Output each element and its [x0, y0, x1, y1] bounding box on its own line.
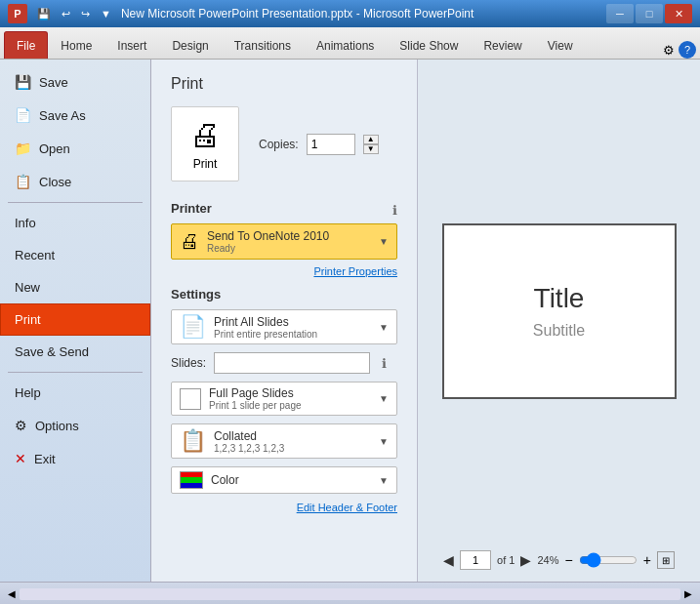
sidebar-item-close[interactable]: 📋 Close [0, 165, 150, 198]
slide-preview-wrapper: Title Subtitle [442, 75, 677, 546]
title-bar-left: P 💾 ↩ ↪ ▼ New Microsoft PowerPoint Prese… [8, 4, 474, 23]
slide-preview: Title Subtitle [442, 223, 677, 399]
color-dropdown[interactable]: Color ▼ [171, 466, 397, 494]
tab-insert[interactable]: Insert [104, 31, 159, 59]
copies-label: Copies: [259, 138, 299, 151]
quick-undo-button[interactable]: ↩ [58, 6, 74, 22]
printer-icon: 🖨 [189, 117, 221, 153]
collated-dropdown[interactable]: 📋 Collated 1,2,3 1,2,3 1,2,3 ▼ [171, 423, 397, 459]
printer-section-header-row: Printer ℹ [171, 197, 397, 223]
print-heading: Print [171, 75, 397, 93]
tab-file[interactable]: File [4, 31, 48, 59]
zoom-slider[interactable] [579, 553, 638, 567]
preview-nav: ◀ of 1 ▶ 24% − + ⊞ [443, 546, 675, 574]
sidebar-item-save[interactable]: 💾 Save [0, 65, 150, 99]
print-top: 🖨 Print Copies: ▲ ▼ [171, 106, 397, 181]
printer-properties-link[interactable]: Printer Properties [171, 265, 397, 277]
minimize-button[interactable]: ─ [606, 4, 634, 23]
full-page-slides-dropdown[interactable]: Full Page Slides Print 1 slide per page … [171, 382, 397, 416]
sidebar-item-exit[interactable]: ✕ Exit [0, 442, 150, 475]
printer-status: Ready [207, 243, 329, 254]
save-icon: 💾 [15, 74, 31, 90]
status-bar: ◀ ▶ [0, 582, 700, 604]
tab-review[interactable]: Review [471, 31, 534, 59]
print-button-label: Print [193, 157, 218, 171]
print-all-slides-arrow: ▼ [379, 322, 389, 333]
sidebar-item-saveas[interactable]: 📄 Save As [0, 99, 150, 132]
sidebar-item-info[interactable]: Info [0, 207, 150, 239]
sidebar-item-new[interactable]: New [0, 271, 150, 303]
quick-more-button[interactable]: ▼ [97, 6, 115, 21]
powerpoint-logo: P [8, 4, 27, 23]
printer-dropdown-arrow: ▼ [379, 236, 389, 247]
print-all-slides-info: 📄 Print All Slides Print entire presenta… [180, 314, 379, 340]
slide-title: Title [534, 283, 585, 314]
page-total: of 1 [497, 554, 515, 566]
fit-page-button[interactable]: ⊞ [657, 551, 675, 569]
print-all-slides-label: Print All Slides [214, 315, 317, 329]
window-controls: ─ □ ✕ [606, 4, 692, 23]
copies-down-button[interactable]: ▼ [363, 144, 379, 154]
footer-link[interactable]: Edit Header & Footer [171, 502, 397, 513]
restore-button[interactable]: □ [636, 4, 663, 23]
help-button[interactable]: ? [679, 41, 696, 59]
tab-slideshow[interactable]: Slide Show [387, 31, 471, 59]
sidebar-item-help[interactable]: Help [0, 377, 150, 409]
close-doc-icon: 📋 [15, 174, 31, 189]
scroll-left-button[interactable]: ◀ [8, 588, 16, 599]
slides-input[interactable] [214, 352, 370, 374]
printer-info: 🖨 Send To OneNote 2010 Ready [180, 229, 329, 254]
scroll-right-button[interactable]: ▶ [684, 588, 692, 599]
ribbon: File Home Insert Design Transitions Anim… [0, 27, 700, 60]
prev-page-button[interactable]: ◀ [443, 552, 454, 568]
quick-redo-button[interactable]: ↪ [77, 6, 94, 22]
full-page-slides-sub: Print 1 slide per page [209, 400, 302, 411]
color-arrow: ▼ [379, 475, 389, 486]
collated-arrow: ▼ [379, 436, 389, 447]
settings-icon[interactable]: ⚙ [663, 43, 675, 58]
quick-access-toolbar: 💾 ↩ ↪ ▼ [33, 6, 115, 22]
tab-view[interactable]: View [535, 31, 586, 59]
print-all-slides-text: Print All Slides Print entire presentati… [214, 315, 317, 340]
sidebar-item-print[interactable]: Print [0, 303, 150, 336]
printer-name: Send To OneNote 2010 [207, 229, 329, 243]
color-info: Color [180, 471, 379, 489]
sidebar-item-options[interactable]: ⚙ Options [0, 409, 150, 442]
settings-section-header: Settings [171, 287, 397, 302]
quick-save-button[interactable]: 💾 [33, 6, 55, 22]
printer-info-icon: ℹ [392, 203, 397, 218]
tab-transitions[interactable]: Transitions [222, 31, 304, 59]
title-bar: P 💾 ↩ ↪ ▼ New Microsoft PowerPoint Prese… [0, 0, 700, 27]
zoom-out-button[interactable]: − [565, 552, 573, 568]
collated-text: Collated 1,2,3 1,2,3 1,2,3 [214, 429, 284, 454]
sidebar-divider-1 [8, 202, 143, 203]
full-page-slides-icon [180, 388, 201, 410]
sidebar-item-open[interactable]: 📁 Open [0, 132, 150, 165]
tab-design[interactable]: Design [159, 31, 221, 59]
copies-spinner: ▲ ▼ [363, 135, 379, 154]
zoom-in-button[interactable]: + [643, 552, 651, 568]
print-all-slides-dropdown[interactable]: 📄 Print All Slides Print entire presenta… [171, 309, 397, 344]
sidebar: 💾 Save 📄 Save As 📁 Open 📋 Close Info Rec… [0, 60, 151, 582]
copies-input[interactable] [307, 134, 355, 155]
printer-dropdown[interactable]: 🖨 Send To OneNote 2010 Ready ▼ [171, 223, 397, 260]
collated-sub: 1,2,3 1,2,3 1,2,3 [214, 443, 284, 454]
saveas-icon: 📄 [15, 107, 31, 123]
copies-row: Copies: ▲ ▼ [259, 134, 379, 155]
printer-section-header: Printer [171, 201, 212, 216]
copies-up-button[interactable]: ▲ [363, 135, 379, 144]
collated-label: Collated [214, 429, 284, 443]
sidebar-item-savesend[interactable]: Save & Send [0, 336, 150, 368]
collated-info: 📋 Collated 1,2,3 1,2,3 1,2,3 [180, 428, 379, 454]
tab-animations[interactable]: Animations [304, 31, 387, 59]
close-button[interactable]: ✕ [665, 4, 692, 23]
slides-info-icon: ℹ [382, 356, 387, 371]
main-container: 💾 Save 📄 Save As 📁 Open 📋 Close Info Rec… [0, 60, 700, 582]
sidebar-item-recent[interactable]: Recent [0, 239, 150, 271]
print-button[interactable]: 🖨 Print [171, 106, 239, 181]
horizontal-scrollbar[interactable] [20, 588, 680, 600]
page-number-input[interactable] [460, 550, 491, 570]
next-page-button[interactable]: ▶ [520, 552, 531, 568]
tab-home[interactable]: Home [48, 31, 104, 59]
sidebar-divider-2 [8, 372, 143, 373]
